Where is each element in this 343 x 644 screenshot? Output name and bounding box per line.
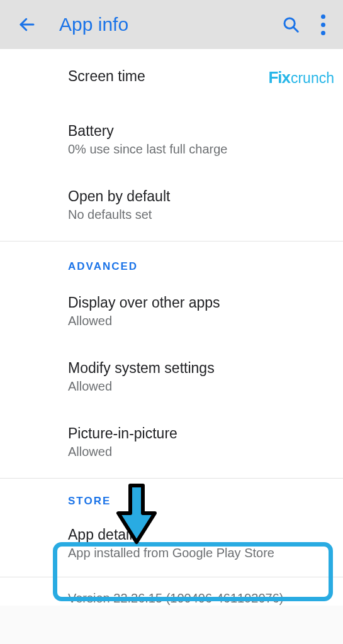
settings-list: Screen time Battery 0% use since last fu… <box>0 49 343 606</box>
section-advanced: ADVANCED <box>0 242 343 278</box>
section-store: STORE <box>0 479 343 511</box>
row-picture-in-picture[interactable]: Picture-in-picture Allowed <box>0 409 343 478</box>
back-icon[interactable] <box>14 11 40 38</box>
row-title: Picture-in-picture <box>68 424 330 443</box>
watermark-rest: crunch <box>291 70 334 87</box>
watermark-bold: Fix <box>268 68 290 87</box>
row-title: Display over other apps <box>68 293 330 313</box>
row-display-over-apps[interactable]: Display over other apps Allowed <box>0 278 343 343</box>
row-open-by-default[interactable]: Open by default No defaults set <box>0 172 343 241</box>
svg-line-2 <box>293 27 298 31</box>
row-title: Battery <box>68 121 330 141</box>
row-app-details[interactable]: App details App installed from Google Pl… <box>0 511 343 577</box>
watermark-logo: Fixcrunch <box>268 68 334 87</box>
row-subtitle: Allowed <box>68 314 330 328</box>
row-subtitle: App installed from Google Play Store <box>68 546 330 560</box>
row-title: Open by default <box>68 187 330 206</box>
app-bar: App info <box>0 0 343 49</box>
row-title: App details <box>68 525 330 545</box>
row-title: Modify system settings <box>68 358 330 378</box>
page-title: App info <box>59 14 278 35</box>
row-subtitle: No defaults set <box>68 208 330 222</box>
search-icon[interactable] <box>278 11 304 38</box>
row-subtitle: Allowed <box>68 445 330 459</box>
more-icon[interactable] <box>315 11 330 38</box>
row-modify-system-settings[interactable]: Modify system settings Allowed <box>0 343 343 409</box>
row-subtitle: 0% use since last full charge <box>68 142 330 157</box>
row-battery[interactable]: Battery 0% use since last full charge <box>0 106 343 172</box>
version-text: Version 22.26.15 (100406-461192076) <box>0 577 343 606</box>
row-subtitle: Allowed <box>68 379 330 394</box>
